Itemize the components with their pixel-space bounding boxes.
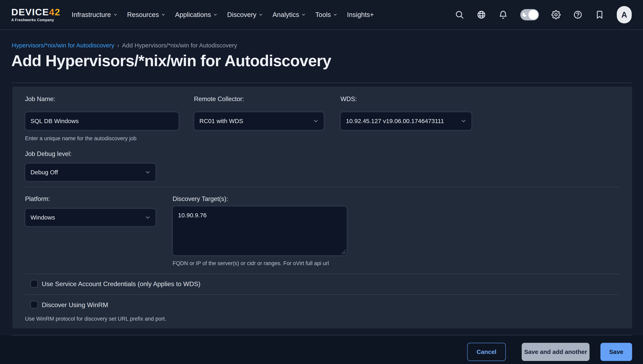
page: DEVICE42 A Freshworks Company Infrastruc… [0, 0, 643, 364]
nav-item-applications[interactable]: Applications [175, 11, 218, 18]
moon-stars-icon [522, 12, 528, 18]
job-name-label: Job Name: [25, 96, 55, 103]
nav-item-resources[interactable]: Resources [127, 11, 166, 18]
navbar-actions: A [455, 6, 632, 24]
bookmarks-button[interactable] [595, 10, 604, 19]
job-name-helper: Enter a unique name for the autodiscover… [25, 136, 136, 142]
chevron-down-icon [333, 12, 338, 17]
user-avatar[interactable]: A [617, 6, 632, 24]
breadcrumb: Hypervisors/*nix/win for Autodiscovery ›… [12, 42, 237, 49]
wds-value: 10.92.45.127 v19.06.00.1746473111 [346, 118, 460, 124]
chevron-down-icon [145, 214, 151, 220]
section-divider [25, 294, 620, 295]
winrm-checkbox[interactable] [30, 301, 38, 308]
globe-icon [477, 10, 486, 19]
nav-item-tools[interactable]: Tools [315, 11, 338, 18]
notifications-button[interactable] [498, 10, 508, 19]
globe-button[interactable] [477, 10, 486, 19]
nav-item-analytics[interactable]: Analytics [272, 11, 306, 18]
page-title: Add Hypervisors/*nix/win for Autodiscove… [11, 52, 331, 70]
chevron-down-icon [313, 118, 319, 124]
settings-button[interactable] [551, 10, 561, 19]
chevron-down-icon [145, 169, 151, 175]
save-button[interactable]: Save [600, 343, 632, 361]
nav-item-discovery[interactable]: Discovery [227, 11, 263, 18]
cancel-button[interactable]: Cancel [467, 343, 506, 361]
navbar: DEVICE42 A Freshworks Company Infrastruc… [0, 0, 643, 30]
save-and-add-another-button[interactable]: Save and add another [522, 343, 590, 361]
dark-mode-toggle[interactable] [520, 9, 539, 20]
discovery-targets-helper: FQDN or IP of the server(s) or cidr or r… [172, 260, 329, 266]
job-debug-label: Job Debug level: [25, 150, 72, 158]
bell-icon [498, 10, 508, 19]
platform-select[interactable]: Windows [25, 209, 156, 226]
section-divider [25, 187, 620, 187]
nav-item-infrastructure[interactable]: Infrastructure [72, 11, 118, 18]
platform-value: Windows [30, 214, 145, 221]
remote-collector-value: RC01 with WDS [200, 118, 313, 124]
breadcrumb-current: Add Hypervisors/*nix/win for Autodiscove… [122, 42, 237, 49]
section-divider [25, 274, 620, 274]
service-account-checkbox[interactable] [30, 280, 38, 288]
device42-logo[interactable]: DEVICE42 A Freshworks Company [11, 7, 60, 22]
main-menu: Infrastructure Resources Applications Di… [72, 11, 374, 18]
service-account-checkbox-label: Use Service Account Credentials (only Ap… [42, 280, 200, 288]
logo-device-text: DEVICE [11, 7, 49, 17]
job-debug-value: Debug Off [30, 169, 145, 176]
search-button[interactable] [455, 10, 464, 19]
help-circle-icon [573, 10, 582, 19]
platform-label: Platform: [25, 195, 50, 202]
wds-label: WDS: [340, 96, 357, 103]
discovery-targets-label: Discovery Target(s): [172, 195, 228, 202]
chevron-down-icon [258, 12, 263, 17]
winrm-helper: Use WinRM protocol for discovery set URL… [25, 316, 166, 322]
autodiscovery-form-panel: Job Name: Remote Collector: WDS: RC01 wi… [12, 86, 632, 328]
help-button[interactable] [573, 10, 582, 19]
nav-item-insights[interactable]: Insights+ [347, 11, 374, 18]
title-divider [12, 83, 632, 83]
logo-42-text: 42 [49, 7, 60, 17]
job-name-input[interactable] [25, 112, 179, 130]
search-icon [455, 10, 464, 19]
footer-divider [12, 335, 632, 335]
wds-select[interactable]: 10.92.45.127 v19.06.00.1746473111 [340, 112, 472, 130]
winrm-checkbox-label: Discover Using WinRM [42, 301, 108, 309]
remote-collector-select[interactable]: RC01 with WDS [194, 112, 324, 130]
toggle-knob [528, 10, 538, 20]
remote-collector-label: Remote Collector: [194, 96, 244, 103]
breadcrumb-separator: › [117, 42, 119, 49]
chevron-down-icon [213, 12, 218, 17]
logo-tagline: A Freshworks Company [11, 18, 60, 22]
job-debug-select[interactable]: Debug Off [25, 164, 156, 181]
chevron-down-icon [161, 12, 166, 17]
logo-wordmark: DEVICE42 [11, 7, 60, 17]
bookmark-icon [595, 10, 604, 19]
chevron-down-icon [460, 118, 466, 124]
avatar-letter: A [622, 10, 627, 19]
gear-icon [551, 10, 561, 19]
breadcrumb-link[interactable]: Hypervisors/*nix/win for Autodiscovery [12, 42, 114, 49]
chevron-down-icon [113, 12, 118, 17]
discovery-targets-textarea[interactable]: 10.90.9.76 [172, 206, 347, 256]
chevron-down-icon [301, 12, 306, 17]
